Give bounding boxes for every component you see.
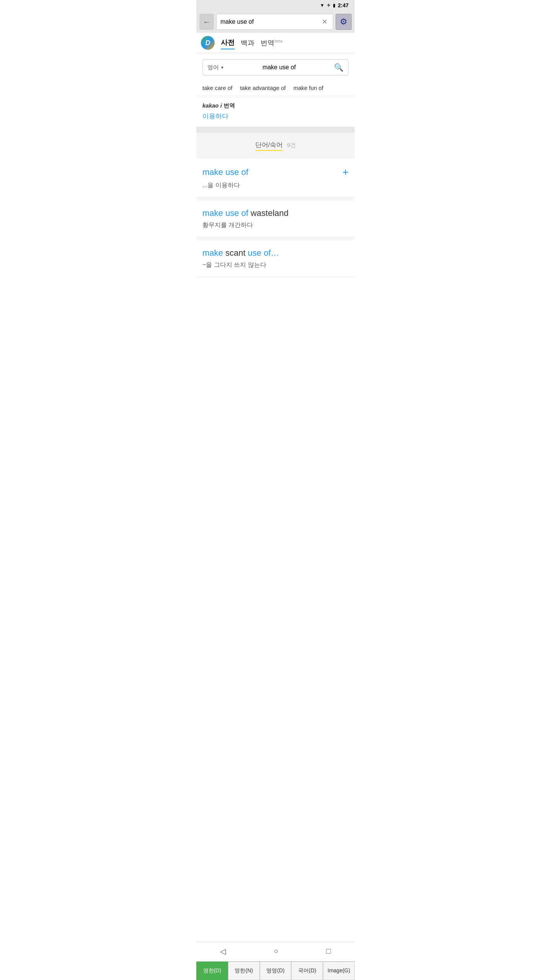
translation-section: kakao i 번역 이용하다 bbox=[196, 96, 355, 130]
dict-search-box: 영어 🔍 bbox=[202, 59, 349, 75]
clear-button[interactable]: ✕ bbox=[320, 16, 329, 28]
suggestion-1[interactable]: take advantage of bbox=[240, 85, 293, 91]
section-divider bbox=[196, 130, 355, 133]
bottom-tab-yy-d[interactable]: 영영(D) bbox=[260, 962, 292, 980]
dict-search-area: 영어 🔍 bbox=[196, 53, 355, 82]
battery-icon: ▮ bbox=[333, 3, 336, 8]
tab-wiki[interactable]: 백과 bbox=[241, 37, 254, 49]
kakao-i-text: kakao i bbox=[202, 102, 222, 109]
result-word-blue-2a: make bbox=[202, 248, 223, 258]
result-header-2: make scant use of… bbox=[202, 248, 349, 258]
bottom-tab-yh-n[interactable]: 영한(N) bbox=[228, 962, 260, 980]
result-word-blue-0: make use of bbox=[202, 167, 248, 177]
dict-search-input[interactable] bbox=[227, 64, 331, 71]
dict-results: 단어/숙어 9건 make use of + ...을 이용하다 make us… bbox=[196, 133, 355, 277]
wifi-icon: ▼ bbox=[320, 3, 324, 8]
result-word-2[interactable]: make scant use of… bbox=[202, 248, 279, 258]
app-logo: D bbox=[201, 36, 215, 50]
result-meaning-1: 황무지를 개간하다 bbox=[202, 221, 349, 229]
suggestions: take care of take advantage of make fun … bbox=[196, 82, 355, 96]
kakao-trans-text: 번역 bbox=[223, 102, 235, 109]
result-meaning-2: ~을 그다지 쓰지 않는다 bbox=[202, 261, 349, 269]
top-bar: ← ✕ ⚙ bbox=[196, 11, 355, 33]
result-word-1[interactable]: make use of wasteland bbox=[202, 208, 289, 218]
suggestion-0[interactable]: take care of bbox=[202, 85, 240, 91]
search-container: ✕ bbox=[216, 14, 333, 30]
dict-search-button[interactable]: 🔍 bbox=[334, 63, 344, 72]
status-icons: ▼ ✈ ▮ 2:47 bbox=[320, 2, 349, 8]
status-time: 2:47 bbox=[338, 2, 349, 8]
section-header: 단어/숙어 9건 bbox=[196, 133, 355, 158]
settings-button[interactable]: ⚙ bbox=[336, 14, 352, 30]
result-header-1: make use of wasteland bbox=[202, 208, 349, 218]
back-button[interactable]: ← bbox=[199, 14, 214, 30]
status-bar: ▼ ✈ ▮ 2:47 bbox=[196, 0, 355, 11]
bottom-tab-yh-d[interactable]: 영한(D) bbox=[196, 962, 228, 980]
settings-icon: ⚙ bbox=[340, 17, 347, 27]
kakao-label: kakao i 번역 bbox=[202, 102, 349, 109]
app-tabs: D 사전 백과 번역beta bbox=[196, 33, 355, 53]
beta-badge: beta bbox=[274, 39, 282, 43]
search-icon: 🔍 bbox=[334, 63, 344, 72]
clear-icon: ✕ bbox=[322, 18, 328, 26]
search-input[interactable] bbox=[220, 18, 320, 25]
tab-dict[interactable]: 사전 bbox=[221, 36, 235, 49]
nav-recent-icon[interactable]: □ bbox=[326, 947, 331, 956]
bottom-tab-guk-d[interactable]: 국어(D) bbox=[291, 962, 323, 980]
result-header-0: make use of + bbox=[202, 166, 349, 178]
result-word-0[interactable]: make use of bbox=[202, 167, 248, 177]
tab-trans[interactable]: 번역beta bbox=[261, 37, 282, 49]
add-button-0[interactable]: + bbox=[342, 166, 349, 178]
section-count: 9건 bbox=[287, 142, 296, 148]
result-item-2: make scant use of… ~을 그다지 쓰지 않는다 bbox=[196, 240, 355, 277]
result-item-1: make use of wasteland 황무지를 개간하다 bbox=[196, 201, 355, 237]
translation-result[interactable]: 이용하다 bbox=[202, 112, 349, 121]
result-meaning-0: ...을 이용하다 bbox=[202, 181, 349, 189]
airplane-icon: ✈ bbox=[327, 3, 331, 8]
section-title: 단어/숙어 9건 bbox=[255, 141, 296, 149]
result-word-blue-1a: make use of bbox=[202, 208, 248, 218]
logo-char: D bbox=[205, 39, 210, 47]
result-word-plain-2b: scant bbox=[223, 248, 248, 258]
result-item-0: make use of + ...을 이용하다 bbox=[196, 158, 355, 198]
bottom-tab-image-g[interactable]: Image(G) bbox=[323, 962, 355, 980]
result-word-blue-2c: use of… bbox=[248, 248, 279, 258]
back-icon: ← bbox=[203, 18, 210, 26]
android-nav: ◁ ○ □ bbox=[196, 942, 355, 960]
nav-back-icon[interactable]: ◁ bbox=[220, 947, 226, 956]
bottom-tabs: 영한(D) 영한(N) 영영(D) 국어(D) Image(G) bbox=[196, 961, 355, 980]
bottom-tabs-container: 영한(D) 영한(N) 영영(D) 국어(D) Image(G) bbox=[196, 961, 355, 980]
lang-selector[interactable]: 영어 bbox=[207, 64, 224, 71]
page-content: 영어 🔍 take care of take advantage of make… bbox=[196, 53, 355, 335]
result-word-plain-1b: wasteland bbox=[248, 208, 289, 218]
suggestion-2[interactable]: make fun of bbox=[293, 85, 331, 91]
nav-home-icon[interactable]: ○ bbox=[274, 947, 278, 956]
